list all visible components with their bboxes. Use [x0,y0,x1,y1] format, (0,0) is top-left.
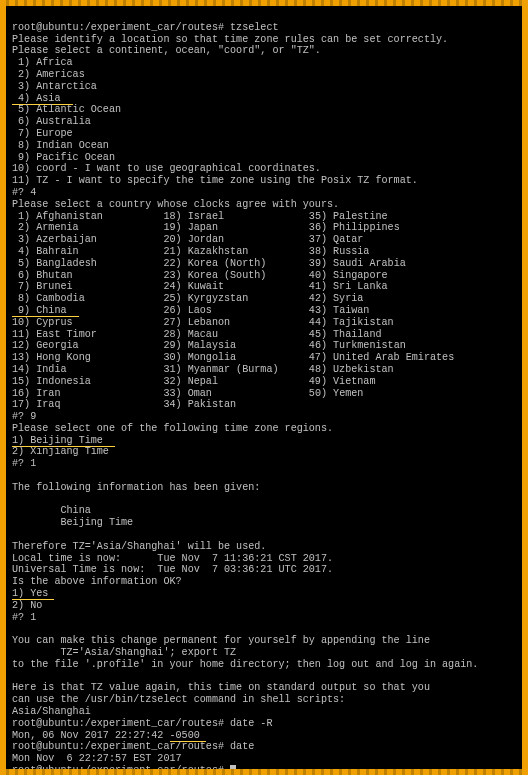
continent-1: 1) Africa [12,57,73,68]
option-no: 2) No [12,600,42,611]
shell-prompt: root@ubuntu:/experiment_car/routes# [12,765,230,769]
country-row-8: 8) Cambodia 25) Kyrgyzstan 42) Syria [12,293,363,304]
country-row-15: 15) Indonesia 32) Nepal 49) Vietnam [12,376,375,387]
option-yes: 1) Yes [12,588,54,600]
intro-line-1: Please identify a location so that time … [12,34,448,45]
shell-prompt: root@ubuntu:/experiment_car/routes# [12,22,230,33]
tz-value: Asia/Shanghai [12,706,91,717]
input-confirm: #? 1 [12,612,36,623]
intro-line-2: Please select a continent, ocean, "coord… [12,45,321,56]
country-prompt: Please select a country whose clocks agr… [12,199,339,210]
continent-2: 2) Americas [12,69,85,80]
country-row-17: 17) Iraq 34) Pakistan [12,399,236,410]
perm-line-5: can use the /usr/bin/tzselect command in… [12,694,345,705]
input-continent: #? 4 [12,187,36,198]
perm-line-4: Here is that TZ value again, this time o… [12,682,430,693]
country-row-4: 4) Bahrain 21) Kazakhstan 38) Russia [12,246,369,257]
continent-6: 6) Australia [12,116,91,127]
continent-4-asia: 4) Asia [12,93,73,105]
country-row-12: 12) Georgia 29) Malaysia 46) Turkmenista… [12,340,406,351]
continent-3: 3) Antarctica [12,81,97,92]
country-row-7: 7) Brunei 24) Kuwait 41) Sri Lanka [12,281,388,292]
perm-line-1: You can make this change permanent for y… [12,635,430,646]
region-prompt: Please select one of the following time … [12,423,333,434]
continent-8: 8) Indian Ocean [12,140,109,151]
cursor-icon [230,765,236,769]
country-row-5: 5) Bangladesh 22) Korea (North) 39) Saud… [12,258,406,269]
input-region: #? 1 [12,458,36,469]
country-row-10: 10) Cyprus 27) Lebanon 44) Tajikistan [12,317,394,328]
shell-prompt: root@ubuntu:/experiment_car/routes# [12,741,230,752]
info-tz: Therefore TZ='Asia/Shanghai' will be use… [12,541,266,552]
country-row-16: 16) Iran 33) Oman 50) Yemen [12,388,363,399]
shell-prompt: root@ubuntu:/experiment_car/routes# [12,718,230,729]
country-row-2: 2) Armenia 19) Japan 36) Philippines [12,222,400,233]
cmd-date: date [230,741,254,752]
info-ok-prompt: Is the above information OK? [12,576,182,587]
country-row-3: 3) Azerbaijan 20) Jordan 37) Qatar [12,234,363,245]
info-local-time: Local time is now: Tue Nov 7 11:36:21 CS… [12,553,333,564]
country-row-1: 1) Afghanistan 18) Israel 35) Palestine [12,211,388,222]
country-row-6: 6) Bhutan 23) Korea (South) 40) Singapor… [12,270,388,281]
cmd-tzselect: tzselect [230,22,278,33]
country-row-9: 9) China 26) Laos 43) Taiwan [12,305,369,317]
info-utc-time: Universal Time is now: Tue Nov 7 03:36:2… [12,564,333,575]
info-beijing: Beijing Time [12,517,133,528]
input-country: #? 9 [12,411,36,422]
continent-10: 10) coord - I want to use geographical c… [12,163,321,174]
perm-line-2: TZ='Asia/Shanghai'; export TZ [12,647,236,658]
continent-11: 11) TZ - I want to specify the time zone… [12,175,418,186]
country-china: 9) China [12,305,79,317]
info-header: The following information has been given… [12,482,260,493]
region-xinjiang: 2) Xinjiang Time [12,446,109,457]
region-beijing: 1) Beijing Time [12,435,115,447]
terminal[interactable]: root@ubuntu:/experiment_car/routes# tzse… [6,6,522,769]
country-row-11: 11) East Timor 28) Macau 45) Thailand [12,329,382,340]
continent-9: 9) Pacific Ocean [12,152,115,163]
continent-7: 7) Europe [12,128,73,139]
info-china: China [12,505,91,516]
date-out: Mon Nov 6 22:27:57 EST 2017 [12,753,182,764]
perm-line-3: to the file '.profile' in your home dire… [12,659,478,670]
country-row-14: 14) India 31) Myanmar (Burma) 48) Uzbeki… [12,364,394,375]
country-row-13: 13) Hong Kong 30) Mongolia 47) United Ar… [12,352,454,363]
date-r-out-part-1: Mon, 06 Nov 2017 22:27:42 [12,730,170,741]
continent-5: 5) Atlantic Ocean [12,104,121,115]
cmd-date-r: date -R [230,718,272,729]
date-r-offset: -0500 [170,730,206,742]
